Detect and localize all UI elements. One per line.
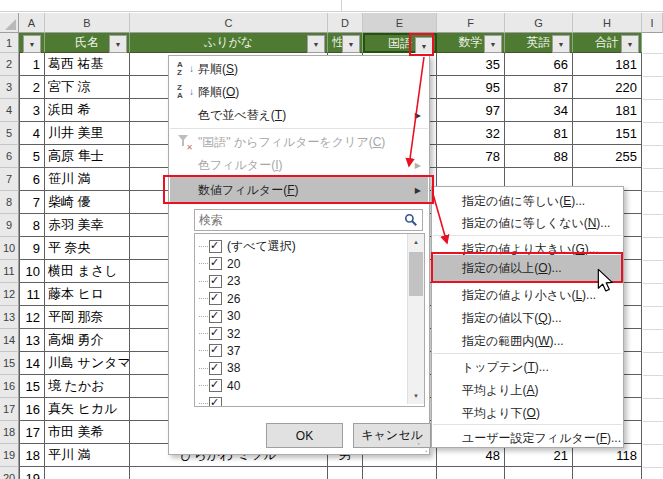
submenu-item-9[interactable]: トップテン(T)... [433, 356, 622, 378]
cell-F6[interactable]: 78 [437, 145, 505, 168]
row-header-3[interactable]: 3 [0, 76, 19, 99]
column-header-B[interactable]: B [45, 13, 130, 33]
submenu-item-13[interactable]: ユーザー設定フィルター(F)... [433, 427, 622, 449]
select-all-corner[interactable] [0, 13, 19, 33]
cell-C20[interactable] [130, 467, 328, 479]
column-header-I[interactable]: I [642, 13, 663, 33]
cell-A15[interactable]: 14 [19, 352, 45, 375]
cell-H3[interactable]: 220 [573, 76, 642, 99]
table-header-F[interactable]: 数学▼ [437, 33, 505, 53]
cell-F4[interactable]: 97 [437, 99, 505, 122]
cell-B16[interactable]: 境 たかお [45, 375, 130, 398]
checkbox-checked-icon[interactable] [209, 257, 222, 270]
cell-B10[interactable]: 平 奈央 [45, 237, 130, 260]
table-header-B[interactable]: 氏名▼ [45, 33, 130, 53]
row-header-17[interactable]: 17 [0, 398, 19, 421]
checkbox-checked-icon[interactable] [209, 292, 222, 305]
search-input[interactable] [195, 210, 422, 230]
column-header-H[interactable]: H [573, 13, 642, 33]
cell-B11[interactable]: 横田 まさし [45, 260, 130, 283]
filter-dropdown-button-C[interactable]: ▼ [307, 35, 325, 53]
row-header-20[interactable]: 20 [0, 467, 19, 479]
row-header-19[interactable]: 19 [0, 444, 19, 467]
row-header-15[interactable]: 15 [0, 352, 19, 375]
cell-A11[interactable]: 10 [19, 260, 45, 283]
filter-dropdown-button-F[interactable]: ▼ [484, 35, 502, 53]
column-header-C[interactable]: C [130, 13, 328, 33]
scroll-up-icon[interactable]: ▲ [408, 234, 424, 250]
cell-H2[interactable]: 181 [573, 53, 642, 76]
cell-E20[interactable] [363, 467, 437, 479]
filter-dropdown-button-D[interactable]: ▼ [342, 35, 360, 53]
filter-dropdown-button-A[interactable]: ▼ [23, 35, 41, 53]
submenu-item-6[interactable]: 指定の値以下(Q)... [433, 307, 622, 329]
cell-G2[interactable]: 66 [505, 53, 573, 76]
cell-A18[interactable]: 17 [19, 421, 45, 444]
scrollbar-thumb[interactable] [409, 252, 423, 296]
column-header-D[interactable]: D [328, 13, 363, 33]
cell-A16[interactable]: 15 [19, 375, 45, 398]
cell-F2[interactable]: 35 [437, 53, 505, 76]
menu-item-sort-ascending-icon[interactable]: AZ↓昇順(S) [170, 58, 428, 80]
filter-value-row[interactable]: 40 [199, 377, 240, 394]
column-header-F[interactable]: F [437, 13, 505, 33]
row-header-18[interactable]: 18 [0, 421, 19, 444]
checkbox-checked-icon[interactable] [209, 327, 222, 340]
cell-B17[interactable]: 真矢 ヒカル [45, 398, 130, 421]
cell-H4[interactable]: 181 [573, 99, 642, 122]
row-header-14[interactable]: 14 [0, 329, 19, 352]
cell-G6[interactable]: 88 [505, 145, 573, 168]
column-header-G[interactable]: G [505, 13, 573, 33]
cell-A5[interactable]: 4 [19, 122, 45, 145]
row-header-6[interactable]: 6 [0, 145, 19, 168]
cell-B5[interactable]: 川井 美里 [45, 122, 130, 145]
row-header-7[interactable]: 7 [0, 168, 19, 191]
submenu-item-0[interactable]: 指定の値に等しい(E)... [433, 190, 622, 212]
cell-A14[interactable]: 13 [19, 329, 45, 352]
cell-A3[interactable]: 2 [19, 76, 45, 99]
cell-A13[interactable]: 12 [19, 306, 45, 329]
cell-B14[interactable]: 高畑 勇介 [45, 329, 130, 352]
checkbox-checked-icon[interactable] [209, 275, 222, 288]
cell-B13[interactable]: 平岡 那奈 [45, 306, 130, 329]
cell-B9[interactable]: 赤羽 美幸 [45, 214, 130, 237]
cell-A19[interactable]: 18 [19, 444, 45, 467]
cell-G20[interactable] [505, 467, 573, 479]
filter-value-row[interactable]: (すべて選択) [199, 238, 296, 255]
filter-value-row[interactable]: 23 [199, 273, 240, 290]
cell-G3[interactable]: 87 [505, 76, 573, 99]
scroll-down-icon[interactable]: ▼ [408, 388, 424, 404]
table-header-G[interactable]: 英語▼ [505, 33, 573, 53]
table-header-A[interactable]: ▼ [19, 33, 45, 53]
cell-A9[interactable]: 8 [19, 214, 45, 237]
cell-B18[interactable]: 市田 美希 [45, 421, 130, 444]
cell-H6[interactable]: 255 [573, 145, 642, 168]
checkbox-checked-icon[interactable] [209, 240, 222, 253]
table-header-C[interactable]: ふりがな▼ [130, 33, 328, 53]
cell-B2[interactable]: 葛西 祐基 [45, 53, 130, 76]
column-header-E[interactable]: E [363, 13, 437, 33]
row-header-10[interactable]: 10 [0, 237, 19, 260]
cell-B7[interactable]: 笹川 満 [45, 168, 130, 191]
filter-value-row[interactable]: 20 [199, 255, 240, 272]
row-header-11[interactable]: 11 [0, 260, 19, 283]
ok-button[interactable]: OK [266, 423, 343, 448]
checkbox-checked-icon[interactable] [209, 397, 222, 407]
cell-A4[interactable]: 3 [19, 99, 45, 122]
row-header-5[interactable]: 5 [0, 122, 19, 145]
submenu-item-1[interactable]: 指定の値に等しくない(N)... [433, 212, 622, 234]
cell-A6[interactable]: 5 [19, 145, 45, 168]
cell-A17[interactable]: 16 [19, 398, 45, 421]
cell-B12[interactable]: 藤本 ヒロ [45, 283, 130, 306]
menu-item-item5[interactable]: 色フィルター(I)▶ [170, 154, 428, 176]
filter-value-row[interactable]: 30 [199, 308, 240, 325]
filter-dropdown-button-H[interactable]: ▼ [621, 35, 639, 53]
row-header-12[interactable]: 12 [0, 283, 19, 306]
submenu-item-7[interactable]: 指定の範囲内(W)... [433, 330, 622, 352]
filter-value-row[interactable]: 38 [199, 360, 240, 377]
filter-value-row[interactable]: 32 [199, 325, 240, 342]
cell-D20[interactable] [328, 467, 363, 479]
filter-dropdown-button-B[interactable]: ▼ [109, 35, 127, 53]
cell-A12[interactable]: 11 [19, 283, 45, 306]
filter-value-row[interactable] [199, 395, 227, 407]
